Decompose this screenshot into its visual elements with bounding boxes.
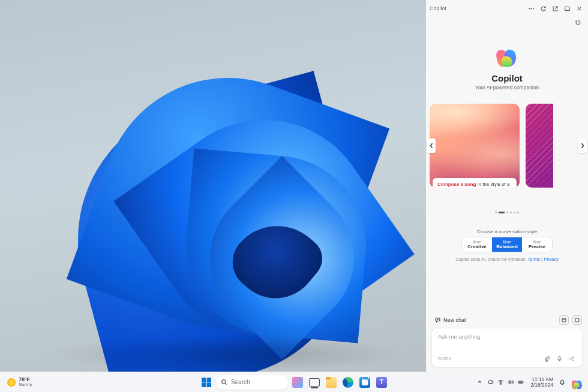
start-button[interactable] bbox=[199, 375, 214, 390]
refresh-button[interactable] bbox=[538, 3, 548, 14]
widgets-icon bbox=[292, 377, 303, 388]
battery-icon bbox=[518, 379, 524, 385]
style-balanced[interactable]: MoreBalanced bbox=[492, 237, 522, 252]
svg-point-1 bbox=[530, 8, 531, 8]
desktop-wallpaper bbox=[0, 0, 426, 372]
style-selector: MoreCreative MoreBalanced MorePrecise bbox=[462, 237, 552, 252]
edge-icon bbox=[343, 377, 353, 388]
copilot-logo-icon bbox=[497, 48, 517, 68]
attach-button[interactable] bbox=[542, 354, 552, 363]
copilot-heading: Copilot bbox=[491, 73, 523, 83]
char-counter: 0/2000 bbox=[438, 357, 451, 361]
new-chat-icon bbox=[434, 316, 441, 323]
history-button[interactable] bbox=[572, 17, 583, 28]
copilot-titlebar: Copilot bbox=[426, 0, 588, 17]
svg-point-0 bbox=[529, 8, 529, 8]
volume-icon bbox=[508, 379, 514, 385]
sun-icon bbox=[7, 378, 16, 387]
search-icon bbox=[221, 379, 227, 385]
taskbar-search[interactable]: Search bbox=[216, 375, 288, 390]
svg-point-7 bbox=[222, 380, 226, 384]
carousel-next-button[interactable] bbox=[578, 138, 587, 153]
style-label: Choose a conversation style bbox=[477, 229, 538, 234]
copilot-tagline: Your AI-powered companion bbox=[475, 85, 539, 91]
carousel-card-next[interactable] bbox=[526, 104, 553, 188]
carousel-card-current[interactable]: Compose a song in the style of a Bollywo… bbox=[430, 104, 520, 188]
suggestion-highlight: Compose a song bbox=[437, 182, 476, 187]
chat-input-placeholder: Ask me anything bbox=[438, 333, 576, 346]
file-explorer-icon bbox=[326, 377, 337, 388]
onedrive-icon bbox=[487, 379, 494, 385]
copilot-panel: Copilot Copilot Your AI-powered companio… bbox=[426, 0, 588, 372]
weather-widget[interactable]: 78°F Sunny bbox=[5, 376, 35, 388]
task-view-icon bbox=[309, 378, 320, 387]
carousel-dots bbox=[495, 212, 519, 213]
style-precise[interactable]: MorePrecise bbox=[522, 237, 552, 252]
chat-input[interactable]: Ask me anything 0/2000 bbox=[432, 328, 582, 367]
mic-button[interactable] bbox=[554, 354, 564, 363]
svg-rect-3 bbox=[565, 7, 569, 10]
clock[interactable]: 11:11 AM 2/16/2024 bbox=[528, 377, 556, 388]
svg-point-2 bbox=[533, 8, 533, 8]
widgets-button[interactable] bbox=[290, 375, 305, 390]
new-chat-button[interactable]: New chat bbox=[432, 315, 469, 325]
svg-rect-5 bbox=[575, 318, 579, 322]
more-button[interactable] bbox=[526, 3, 536, 14]
carousel-prev-button[interactable] bbox=[427, 138, 436, 153]
disclaimer: Copilot uses AI, check for mistakes. Ter… bbox=[455, 257, 558, 262]
send-button[interactable] bbox=[566, 354, 576, 363]
store-icon bbox=[359, 377, 370, 388]
notifications-button[interactable] bbox=[557, 375, 568, 390]
privacy-link[interactable]: Privacy bbox=[544, 257, 559, 262]
task-view-button[interactable] bbox=[307, 375, 322, 390]
windows-logo-icon bbox=[202, 378, 211, 387]
copilot-icon bbox=[571, 377, 581, 388]
svg-rect-4 bbox=[562, 318, 566, 322]
open-external-button[interactable] bbox=[550, 3, 560, 14]
style-creative[interactable]: MoreCreative bbox=[462, 237, 492, 252]
system-tray[interactable] bbox=[485, 379, 527, 385]
terms-link[interactable]: Terms bbox=[528, 257, 540, 262]
suggestion-prompt[interactable]: Compose a song in the style of a Bollywo… bbox=[433, 178, 517, 188]
tray-overflow-button[interactable] bbox=[475, 378, 484, 387]
store-button[interactable] bbox=[358, 375, 372, 390]
weather-cond: Sunny bbox=[19, 382, 32, 387]
teams-icon bbox=[376, 377, 387, 388]
copilot-window-title: Copilot bbox=[430, 5, 446, 11]
wifi-icon bbox=[497, 379, 504, 385]
suggestion-carousel: Compose a song in the style of a Bollywo… bbox=[426, 104, 588, 206]
file-explorer-button[interactable] bbox=[324, 375, 338, 390]
teams-button[interactable] bbox=[374, 375, 389, 390]
svg-rect-6 bbox=[559, 356, 560, 359]
taskbar: 78°F Sunny Search 11:11 AM 2/16/2024 bbox=[0, 372, 588, 392]
dock-button[interactable] bbox=[562, 3, 572, 14]
svg-rect-10 bbox=[519, 381, 523, 382]
chat-list-button[interactable] bbox=[559, 315, 569, 325]
edge-button[interactable] bbox=[341, 375, 355, 390]
svg-point-8 bbox=[500, 384, 501, 384]
chat-settings-button[interactable] bbox=[572, 315, 582, 325]
close-button[interactable] bbox=[574, 3, 584, 14]
copilot-taskbar-button[interactable] bbox=[569, 375, 583, 390]
